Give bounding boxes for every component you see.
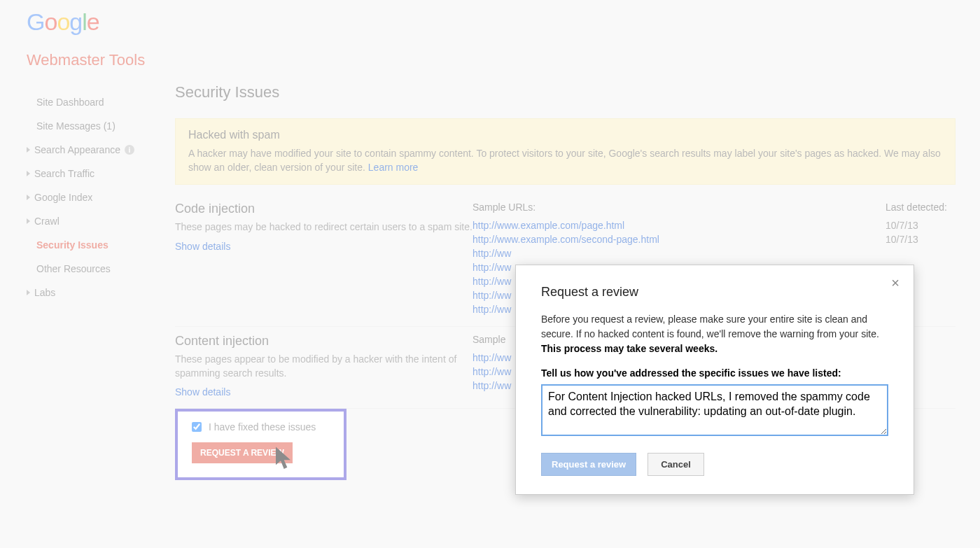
sidebar-item-labs[interactable]: Labs <box>27 281 158 304</box>
modal-cancel-button[interactable]: Cancel <box>648 453 704 476</box>
modal-submit-button[interactable]: Request a review <box>541 453 636 476</box>
sidebar-item-security-issues[interactable]: Security Issues <box>36 233 158 257</box>
fix-confirmation-box: I have fixed these issues REQUEST A REVI… <box>175 409 346 480</box>
review-textarea[interactable] <box>541 384 888 436</box>
section-title: Code injection <box>175 202 472 216</box>
sidebar-label: Crawl <box>34 216 59 227</box>
checkbox-label: I have fixed these issues <box>209 421 316 433</box>
sidebar-label: Other Resources <box>36 263 111 274</box>
sidebar-item-other-resources[interactable]: Other Resources <box>36 257 158 281</box>
caret-icon <box>27 171 30 176</box>
sample-url[interactable]: http://www.example.com/second-page.html <box>472 232 886 246</box>
learn-more-link[interactable]: Learn more <box>368 162 419 173</box>
sidebar-item-messages[interactable]: Site Messages (1) <box>36 114 158 138</box>
date-value: 10/7/13 <box>886 232 955 246</box>
product-title: Webmaster Tools <box>0 37 980 76</box>
fixed-checkbox[interactable] <box>192 422 202 432</box>
request-review-modal: × Request a review Before you request a … <box>515 265 914 495</box>
sidebar-item-search-appearance[interactable]: Search Appearancei <box>27 138 158 162</box>
show-details-link[interactable]: Show details <box>175 386 230 398</box>
sidebar: Site Dashboard Site Messages (1) Search … <box>14 76 164 487</box>
sidebar-label: Site Dashboard <box>36 97 104 108</box>
sidebar-label: Search Traffic <box>34 168 94 179</box>
sidebar-label: Search Appearance <box>34 144 120 155</box>
caret-icon <box>27 290 30 295</box>
info-icon: i <box>125 145 134 155</box>
google-logo: Google <box>27 8 953 36</box>
caret-icon <box>27 147 30 153</box>
alert-title: Hacked with spam <box>188 129 942 141</box>
modal-label: Tell us how you've addressed the specifi… <box>541 367 888 379</box>
date-value: 10/7/13 <box>886 218 955 232</box>
sidebar-item-google-index[interactable]: Google Index <box>27 185 158 209</box>
page-title: Security Issues <box>175 83 955 101</box>
alert-hacked: Hacked with spam A hacker may have modif… <box>175 118 955 185</box>
caret-icon <box>27 218 30 224</box>
section-desc: These pages may be hacked to redirect ce… <box>175 220 472 234</box>
section-desc: These pages appear to be modified by a h… <box>175 353 472 380</box>
sidebar-item-crawl[interactable]: Crawl <box>27 209 158 233</box>
header: Google <box>0 0 980 37</box>
sample-url[interactable]: http://www.example.com/page.html <box>472 218 886 232</box>
close-icon[interactable]: × <box>891 275 899 291</box>
urls-header: Sample URLs: <box>472 202 886 213</box>
sidebar-item-search-traffic[interactable]: Search Traffic <box>27 162 158 185</box>
modal-description: Before you request a review, please make… <box>541 312 888 356</box>
show-details-link[interactable]: Show details <box>175 241 230 252</box>
section-title: Content injection <box>175 334 472 349</box>
sample-url[interactable]: http://ww <box>472 246 886 260</box>
sidebar-label: Security Issues <box>36 239 108 251</box>
sidebar-label: Site Messages (1) <box>36 120 115 132</box>
sidebar-label: Labs <box>34 287 55 298</box>
sidebar-label: Google Index <box>34 192 92 203</box>
date-header: Last detected: <box>886 202 955 213</box>
cursor-icon <box>276 447 295 472</box>
modal-title: Request a review <box>541 285 888 300</box>
sidebar-item-dashboard[interactable]: Site Dashboard <box>36 90 158 114</box>
alert-text: A hacker may have modified your site to … <box>188 147 942 174</box>
caret-icon <box>27 195 30 200</box>
